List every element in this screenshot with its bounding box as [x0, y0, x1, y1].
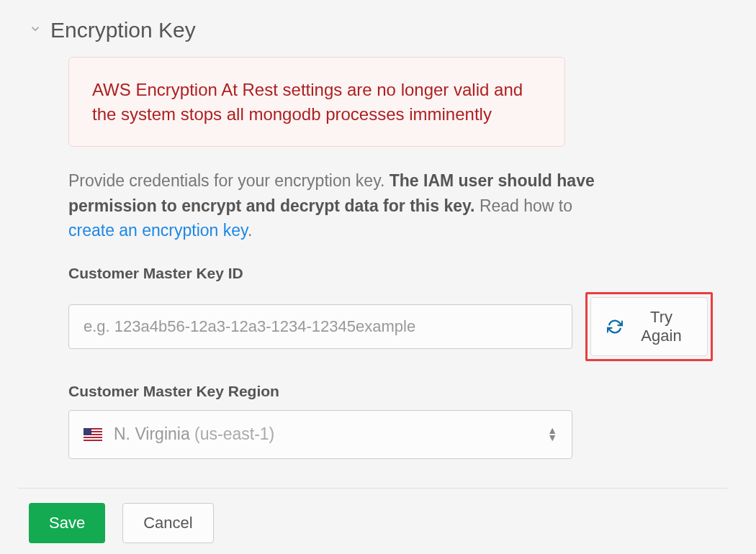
description-text: Provide credentials for your encryption … — [68, 168, 616, 243]
try-again-highlight: Try Again — [585, 292, 713, 361]
try-again-label: Try Again — [631, 308, 691, 345]
key-id-input[interactable] — [68, 304, 572, 349]
select-arrows-icon: ▲▼ — [547, 427, 557, 442]
content-area: AWS Encryption At Rest settings are no l… — [29, 57, 727, 459]
cancel-button[interactable]: Cancel — [122, 503, 213, 543]
description-read: Read how to — [475, 196, 573, 215]
description-prefix: Provide credentials for your encryption … — [68, 171, 390, 190]
error-alert: AWS Encryption At Rest settings are no l… — [68, 57, 565, 147]
us-flag-icon — [84, 428, 102, 441]
region-name: N. Virginia — [114, 424, 194, 443]
divider — [18, 488, 727, 489]
svg-rect-5 — [84, 428, 91, 435]
svg-rect-3 — [84, 435, 102, 437]
section-header: Encryption Key — [29, 18, 727, 42]
key-id-label: Customer Master Key ID — [68, 265, 713, 282]
action-buttons: Save Cancel — [29, 503, 727, 543]
svg-rect-4 — [84, 438, 102, 440]
region-label: Customer Master Key Region — [68, 383, 713, 400]
try-again-button[interactable]: Try Again — [590, 297, 708, 356]
error-alert-text: AWS Encryption At Rest settings are no l… — [92, 78, 541, 126]
region-code: (us-east-1) — [194, 424, 274, 443]
key-id-row: Try Again — [68, 292, 713, 361]
section-title: Encryption Key — [50, 18, 196, 42]
region-select[interactable]: N. Virginia (us-east-1) ▲▼ — [68, 410, 572, 459]
description-suffix: . — [248, 221, 252, 240]
region-selected: N. Virginia (us-east-1) — [114, 424, 274, 444]
create-encryption-key-link[interactable]: create an encryption key — [68, 221, 248, 240]
chevron-down-icon[interactable] — [29, 22, 42, 39]
refresh-icon — [607, 319, 623, 335]
save-button[interactable]: Save — [29, 503, 105, 543]
